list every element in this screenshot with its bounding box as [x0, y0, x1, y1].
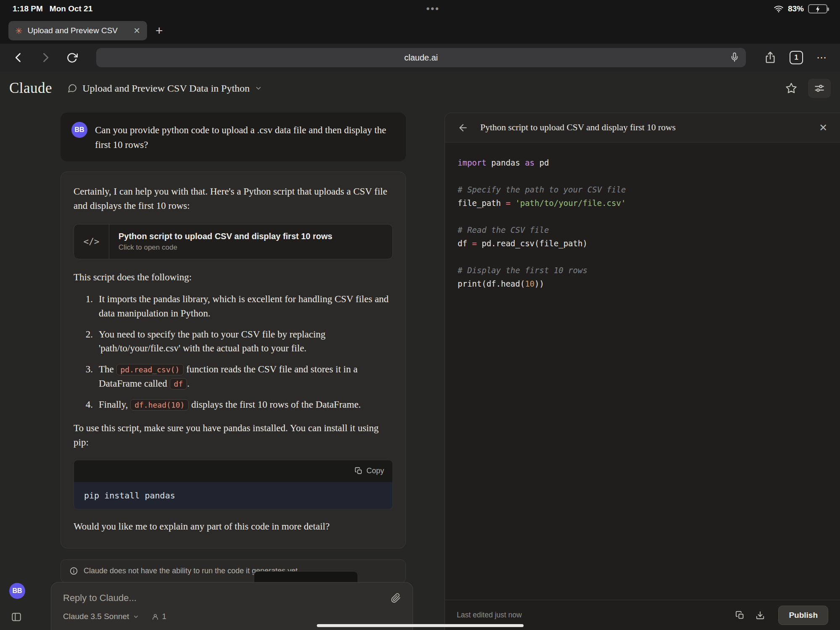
artifact-back-icon[interactable] [458, 122, 469, 133]
artifact-card[interactable]: </> Python script to upload CSV and disp… [74, 224, 393, 259]
status-bar: 1:18 PM Mon Oct 21 ••• 83% [0, 0, 840, 18]
address-bar[interactable]: claude.ai [96, 48, 746, 67]
tab-title: Upload and Preview CSV [28, 26, 129, 35]
publish-button[interactable]: Publish [778, 606, 828, 625]
code-line: import pandas as pd [458, 156, 827, 169]
clock: 1:18 PM [13, 4, 43, 13]
battery-percent: 83% [788, 4, 804, 13]
tabs-button[interactable]: 1 [790, 51, 803, 64]
copy-icon[interactable] [355, 467, 363, 475]
pip-code-text: pip install pandas [74, 482, 392, 509]
conversation-title-text: Upload and Preview CSV Data in Python [82, 83, 250, 94]
multitask-dots-icon[interactable]: ••• [427, 3, 440, 14]
artifact-card-title: Python script to upload CSV and display … [118, 232, 332, 241]
browser-toolbar: claude.ai 1 ⋯ [0, 44, 840, 71]
artifact-copy-icon[interactable] [735, 611, 745, 620]
new-tab-button[interactable]: + [155, 24, 163, 37]
assistant-message: Certainly, I can help you with that. Her… [61, 171, 406, 548]
pip-code-block: Copy pip install pandas [74, 460, 393, 509]
home-indicator[interactable] [317, 624, 524, 627]
reply-placeholder[interactable]: Reply to Claude... [63, 593, 137, 604]
star-icon[interactable] [785, 82, 797, 94]
settings-sliders-button[interactable] [808, 79, 831, 98]
assistant-intro: Certainly, I can help you with that. Her… [74, 185, 393, 213]
usage-count: 1 [162, 612, 166, 621]
claude-favicon-icon: ✳ [15, 26, 23, 35]
tab-bar: ✳ Upload and Preview CSV ✕ + [0, 18, 840, 44]
chat-column: BB Can you provide python code to upload… [61, 113, 406, 583]
status-time-date: 1:18 PM Mon Oct 21 [13, 4, 92, 13]
user-avatar: BB [71, 122, 87, 138]
code-line: # Display the first 10 rows [458, 264, 827, 277]
step-item: 2.You need to specify the path to your C… [78, 327, 393, 356]
pip-intro: To use this script, make sure you have p… [74, 421, 393, 450]
date: Mon Oct 21 [50, 4, 92, 13]
step-item: 1.It imports the pandas library, which i… [78, 292, 393, 321]
mic-icon[interactable] [730, 52, 739, 63]
info-icon [69, 567, 78, 575]
code-line [458, 250, 827, 264]
copy-button[interactable]: Copy [366, 467, 384, 475]
artifact-close-icon[interactable]: ✕ [819, 122, 827, 134]
attachment-paperclip-icon[interactable] [391, 593, 401, 603]
inline-code: df [170, 378, 187, 390]
model-selector[interactable]: Claude 3.5 Sonnet [63, 612, 139, 621]
artifact-status: Last edited just now [457, 611, 522, 619]
share-icon[interactable] [764, 51, 776, 64]
code-line: # Read the CSV file [458, 223, 827, 237]
sidebar-toggle-icon[interactable] [11, 612, 22, 622]
tab-close-icon[interactable]: ✕ [133, 26, 140, 36]
tab-count: 1 [794, 53, 798, 62]
url-text: claude.ai [404, 53, 438, 63]
inline-code: pd.read_csv() [116, 364, 184, 375]
claude-header: Claude Upload and Preview CSV Data in Py… [0, 71, 840, 105]
artifact-download-icon[interactable] [756, 611, 765, 620]
back-button[interactable] [13, 52, 24, 63]
step-item: 4.Finally, df.head(10) displays the firs… [78, 398, 393, 412]
inline-code: df.head(10) [130, 399, 189, 411]
artifact-code: import pandas as pd # Specify the path t… [445, 142, 840, 600]
code-line: # Specify the path to your CSV file [458, 183, 827, 196]
artifact-panel: Python script to upload CSV and display … [445, 113, 840, 630]
battery-icon [808, 4, 827, 13]
steps-list: 1.It imports the pandas library, which i… [74, 292, 393, 412]
reload-button[interactable] [66, 52, 78, 63]
chevron-down-icon [255, 84, 262, 92]
forward-button[interactable] [39, 52, 51, 63]
more-menu-icon[interactable]: ⋯ [816, 52, 827, 63]
artifact-title: Python script to upload CSV and display … [480, 122, 807, 133]
browser-tab[interactable]: ✳ Upload and Preview CSV ✕ [8, 21, 147, 40]
composer-avatar[interactable]: BB [9, 583, 25, 599]
code-line: print(df.head(10)) [458, 277, 827, 290]
wifi-icon [774, 4, 784, 13]
steps-intro: This script does the following: [74, 270, 393, 285]
code-line [458, 169, 827, 183]
artifact-header: Python script to upload CSV and display … [445, 113, 840, 142]
claude-wordmark[interactable]: Claude [9, 80, 52, 97]
conversation-title[interactable]: Upload and Preview CSV Data in Python [67, 83, 262, 94]
step-item: 3.The pd.read_csv() function reads the C… [78, 362, 393, 391]
model-name: Claude 3.5 Sonnet [63, 612, 129, 621]
code-line [458, 210, 827, 223]
user-message-text: Can you provide python code to upload a … [95, 122, 395, 152]
usage-badge[interactable]: 1 [152, 612, 166, 621]
artifact-card-subtitle: Click to open code [118, 243, 332, 252]
code-line: file_path = 'path/to/your/file.csv' [458, 196, 827, 210]
chat-bubble-icon [67, 83, 77, 93]
code-icon: </> [74, 224, 109, 259]
assistant-outro: Would you like me to explain any part of… [74, 519, 393, 534]
user-message: BB Can you provide python code to upload… [61, 113, 406, 161]
reply-composer[interactable]: Reply to Claude... Claude 3.5 Sonnet 1 [51, 582, 413, 630]
code-line: df = pd.read_csv(file_path) [458, 237, 827, 250]
